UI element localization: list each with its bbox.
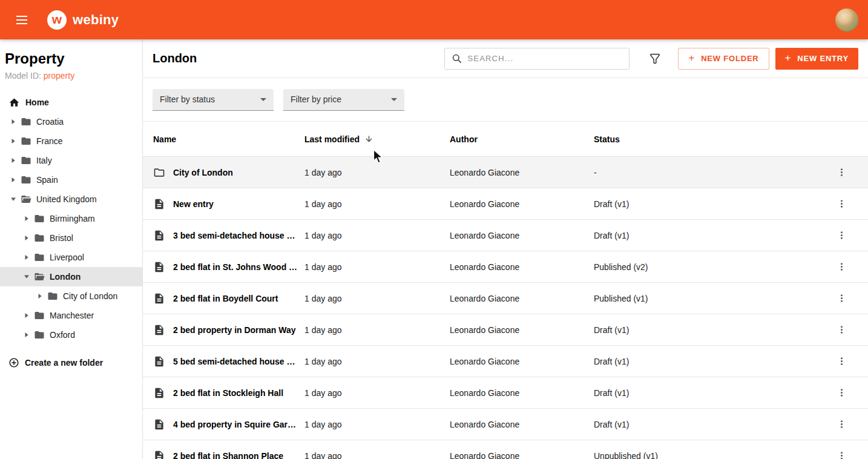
row-name: 3 bed semi-detached house … [173, 231, 295, 240]
row-name-cell[interactable]: New entry [153, 198, 304, 210]
chevron-right-icon[interactable] [22, 235, 31, 241]
row-name: 2 bed property in Dorman Way [173, 325, 296, 335]
column-header-name[interactable]: Name [153, 134, 304, 144]
row-actions-button[interactable] [832, 352, 851, 371]
row-name-cell[interactable]: 3 bed semi-detached house … [153, 230, 304, 242]
row-name-cell[interactable]: 2 bed property in Dorman Way [153, 324, 304, 336]
table-row[interactable]: 3 bed semi-detached house …1 day agoLeon… [143, 220, 868, 251]
chevron-right-icon[interactable] [8, 177, 18, 183]
chevron-down-icon[interactable] [8, 196, 18, 202]
chevron-down-icon [391, 98, 397, 101]
entries-table: NameLast modifiedAuthorStatus City of Lo… [143, 122, 868, 459]
chevron-right-icon[interactable] [8, 138, 18, 144]
row-author: Leonardo Giacone [450, 388, 594, 398]
table-row[interactable]: 2 bed flat in St. Johns Wood …1 day agoL… [143, 251, 868, 283]
chevron-right-icon[interactable] [22, 216, 31, 222]
tree-item-london[interactable]: London [0, 267, 142, 286]
table-row[interactable]: 2 bed property in Dorman Way1 day agoLeo… [143, 314, 868, 346]
chevron-right-icon[interactable] [22, 312, 31, 319]
table-row[interactable]: 2 bed flat in Stockleigh Hall1 day agoLe… [143, 377, 868, 409]
row-actions-button[interactable] [832, 446, 851, 459]
row-modified: 1 day ago [304, 451, 450, 459]
new-folder-button[interactable]: + NEW FOLDER [678, 48, 769, 70]
kebab-icon [836, 418, 847, 430]
row-name: 2 bed flat in Boydell Court [173, 294, 278, 303]
tree-item-label: France [36, 136, 63, 146]
kebab-icon [836, 387, 847, 398]
tree-item-label: Manchester [50, 311, 94, 320]
row-author: Leonardo Giacone [450, 451, 594, 459]
row-actions-button[interactable] [832, 257, 851, 277]
table-row[interactable]: 4 bed property in Squire Gar…1 day agoLe… [143, 409, 868, 440]
column-header-author[interactable]: Author [450, 134, 594, 144]
table-row[interactable]: 2 bed flat in Shannon Place1 day agoLeon… [143, 440, 868, 459]
row-actions-button[interactable] [832, 194, 851, 214]
tree-item-manchester[interactable]: Manchester [0, 306, 142, 325]
tree-item-city-of-london[interactable]: City of London [0, 286, 142, 306]
row-actions-button[interactable] [832, 226, 851, 245]
tree-item-oxford[interactable]: Oxford [0, 325, 142, 345]
brand-name: webiny [73, 12, 119, 28]
chevron-right-icon[interactable] [8, 119, 18, 125]
table-row[interactable]: 2 bed flat in Boydell Court1 day agoLeon… [143, 283, 868, 314]
row-actions-cell [824, 415, 858, 434]
create-folder-label: Create a new folder [25, 358, 103, 368]
table-row[interactable]: New entry1 day agoLeonardo GiaconeDraft … [143, 188, 868, 220]
row-modified: 1 day ago [304, 325, 450, 335]
kebab-icon [836, 261, 847, 272]
search-input[interactable] [467, 54, 623, 63]
kebab-icon [836, 198, 847, 210]
tree-item-liverpool[interactable]: Liverpool [0, 248, 142, 267]
select-label: Filter by price [291, 94, 341, 104]
chevron-down-icon [260, 98, 266, 101]
row-actions-button[interactable] [832, 415, 851, 434]
row-actions-button[interactable] [832, 163, 851, 182]
filter-select-filter-by-status[interactable]: Filter by status [153, 89, 274, 111]
create-folder-button[interactable]: Create a new folder [0, 353, 142, 372]
filter-button[interactable] [643, 47, 667, 71]
menu-button[interactable] [10, 8, 34, 32]
column-header-status[interactable]: Status [594, 134, 824, 144]
filter-select-filter-by-price[interactable]: Filter by price [283, 89, 404, 111]
document-icon [153, 198, 165, 210]
row-name-cell[interactable]: 2 bed flat in St. Johns Wood … [153, 261, 304, 273]
model-id-value[interactable]: property [44, 71, 74, 81]
row-actions-button[interactable] [832, 289, 851, 308]
tree-item-italy[interactable]: Italy [0, 151, 142, 170]
table-row[interactable]: 5 bed semi-detached house …1 day agoLeon… [143, 346, 868, 377]
avatar[interactable] [835, 8, 858, 31]
chevron-down-icon[interactable] [22, 274, 31, 280]
row-status: - [594, 168, 824, 177]
tree-item-croatia[interactable]: Croatia [0, 112, 142, 131]
folder-icon [21, 116, 31, 127]
tree-item-france[interactable]: France [0, 131, 142, 151]
tree-item-bristol[interactable]: Bristol [0, 228, 142, 248]
row-name-cell[interactable]: 2 bed flat in Stockleigh Hall [153, 387, 304, 399]
row-name-cell[interactable]: City of London [153, 167, 304, 179]
row-name-cell[interactable]: 5 bed semi-detached house … [153, 355, 304, 368]
chevron-right-icon[interactable] [35, 293, 45, 299]
row-name-cell[interactable]: 4 bed property in Squire Gar… [153, 418, 304, 431]
document-icon [153, 292, 165, 305]
row-actions-button[interactable] [832, 383, 851, 403]
document-icon [153, 261, 165, 273]
table-row[interactable]: City of London1 day agoLeonardo Giacone- [143, 157, 868, 188]
sort-desc-icon[interactable] [364, 134, 373, 144]
folder-icon [34, 252, 45, 263]
tree-item-label: United Kingdom [36, 194, 97, 204]
tree-item-home[interactable]: Home [0, 93, 142, 112]
tree-item-birmingham[interactable]: Birmingham [0, 209, 142, 228]
chevron-right-icon[interactable] [8, 157, 18, 163]
row-name: 2 bed flat in St. Johns Wood … [173, 262, 297, 272]
row-modified: 1 day ago [304, 388, 450, 398]
chevron-right-icon[interactable] [22, 254, 31, 260]
tree-item-spain[interactable]: Spain [0, 170, 142, 190]
row-name-cell[interactable]: 2 bed flat in Boydell Court [153, 292, 304, 305]
row-actions-button[interactable] [832, 320, 851, 340]
new-entry-button[interactable]: + NEW ENTRY [775, 48, 858, 70]
folder-icon [21, 136, 31, 147]
column-header-last-modified[interactable]: Last modified [304, 134, 450, 144]
chevron-right-icon[interactable] [22, 332, 31, 338]
tree-item-united-kingdom[interactable]: United Kingdom [0, 190, 142, 209]
row-name-cell[interactable]: 2 bed flat in Shannon Place [153, 450, 304, 459]
